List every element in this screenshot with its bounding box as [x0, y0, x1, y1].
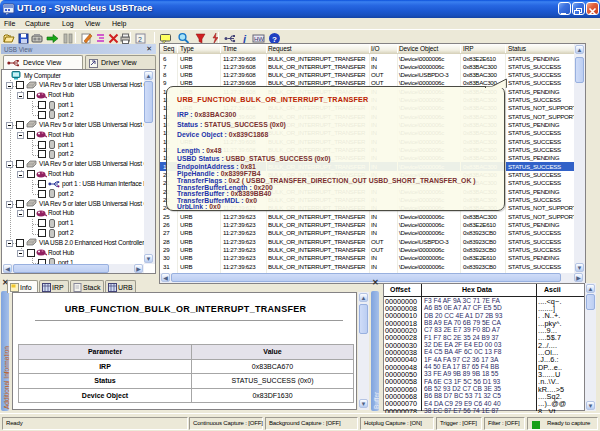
svg-text:2: 2: [138, 36, 142, 43]
svg-text:HW: HW: [254, 36, 264, 42]
